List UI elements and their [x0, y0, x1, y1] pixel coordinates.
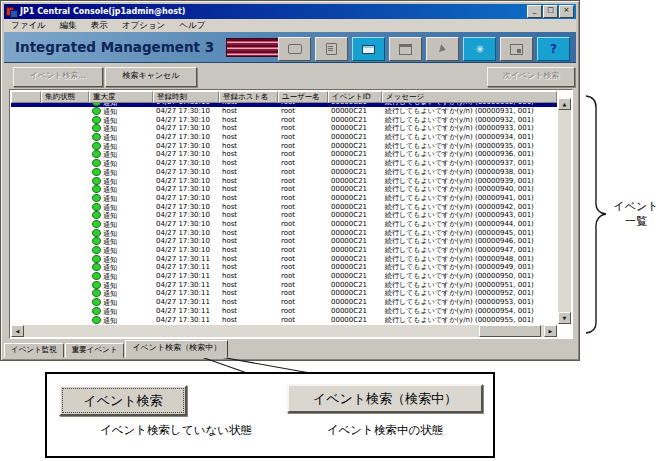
tab-event-search-searching[interactable]: イベント検索（検索中）: [125, 340, 228, 358]
menu-help[interactable]: ヘルプ: [172, 20, 212, 32]
table-row[interactable]: 通知 04/27 17:30:11 host root 00000C21 続行し…: [11, 281, 557, 290]
column-header-blank[interactable]: [11, 91, 41, 103]
user-name: root: [278, 307, 328, 316]
package-toolbar-button[interactable]: [352, 37, 385, 61]
registered-host: host: [219, 142, 278, 151]
user-name: root: [278, 177, 328, 186]
table-row[interactable]: 通知 04/27 17:30:10 host root 00000C21 続行し…: [11, 142, 557, 151]
event-message: 続行してもよいですか(y/n) (00000955, 001): [382, 316, 557, 325]
table-row[interactable]: 通知 04/27 17:30:10 host root 00000C21 続行し…: [11, 203, 557, 212]
menu-bar: ファイル 編集 表示 オプション ヘルプ: [4, 19, 576, 32]
table-row[interactable]: 通知 04/27 17:30:10 host root 00000C21 続行し…: [11, 150, 557, 159]
menu-edit[interactable]: 編集: [53, 20, 84, 32]
event-id: 00000C21: [328, 220, 382, 229]
table-row[interactable]: 通知 04/27 17:30:10 host root 00000C21 続行し…: [11, 177, 557, 186]
table-row[interactable]: 通知 04/27 17:30:10 host root 00000C21 続行し…: [11, 246, 557, 255]
event-message: 続行してもよいですか(y/n) (00000938, 001): [382, 168, 557, 177]
table-row[interactable]: 通知 04/27 17:30:10 host root 00000C21 続行し…: [11, 159, 557, 168]
event-id: 00000C21: [328, 116, 382, 125]
registered-host: host: [219, 124, 278, 133]
table-row[interactable]: 通知 04/27 17:30:11 host root 00000C21 続行し…: [11, 289, 557, 298]
severity-notice-icon: [92, 124, 101, 132]
table-row[interactable]: 通知 04/27 17:30:10 host root 00000C21 続行し…: [11, 168, 557, 177]
severity-notice-icon: [92, 116, 101, 124]
maximize-icon[interactable]: □: [543, 5, 558, 18]
menu-options[interactable]: オプション: [115, 20, 173, 32]
menu-file[interactable]: ファイル: [4, 20, 53, 32]
registered-time: 04/27 17:30:10: [153, 229, 219, 238]
event-id: 00000C21: [328, 307, 382, 316]
pointer-toolbar-button[interactable]: [426, 37, 459, 61]
horizontal-scrollbar[interactable]: ◀ ▶: [11, 325, 557, 337]
table-row[interactable]: 通知 04/27 17:30:10 host root 00000C21 続行し…: [11, 116, 557, 125]
column-header-message[interactable]: メッセージ: [382, 91, 557, 103]
tab-event-monitor[interactable]: イベント監視: [4, 343, 64, 358]
table-row[interactable]: 通知 04/27 17:30:10 host root 00000C21 続行し…: [11, 133, 557, 142]
column-header-host[interactable]: 登録ホスト名: [219, 91, 278, 103]
table-row[interactable]: 通知 04/27 17:30:10 host root 00000C21 続行し…: [11, 229, 557, 238]
scroll-up-icon[interactable]: ▲: [558, 98, 571, 110]
event-id: 00000C21: [328, 246, 382, 255]
window-toolbar-button[interactable]: [500, 37, 533, 61]
column-header-user[interactable]: ユーザー名: [278, 91, 328, 103]
column-header-eventid[interactable]: イベントID: [328, 91, 382, 103]
severity-label: 通知: [103, 178, 117, 186]
event-id: 00000C21: [328, 211, 382, 220]
minimize-icon[interactable]: _: [527, 5, 542, 18]
horizontal-scroll-thumb[interactable]: [479, 325, 541, 337]
event-id: 00000C21: [328, 159, 382, 168]
table-row[interactable]: 通知 04/27 17:30:10 host root 00000C21 続行し…: [11, 124, 557, 133]
event-id: 00000C21: [328, 289, 382, 298]
event-message: 続行してもよいですか(y/n) (00000931, 001): [382, 107, 557, 116]
table-row[interactable]: 通知 04/27 17:30:10 host root 00000C21 続行し…: [11, 185, 557, 194]
severity-notice-icon: [92, 185, 101, 193]
severity-label: 通知: [103, 238, 117, 246]
package-icon: [362, 45, 375, 54]
vertical-scrollbar[interactable]: ▲ ▼: [558, 98, 571, 324]
report-toolbar-button[interactable]: [315, 37, 348, 61]
console-toolbar-button[interactable]: [278, 37, 311, 61]
scroll-right-icon[interactable]: ▶: [544, 325, 557, 337]
registered-time: 04/27 17:30:10: [153, 194, 219, 203]
event-list-annotation: イベント 一覧: [604, 199, 668, 229]
table-row[interactable]: 通知 04/27 17:30:11 host root 00000C21 続行し…: [11, 272, 557, 281]
event-id: 00000C21: [328, 185, 382, 194]
tab-important-events[interactable]: 重要イベント: [65, 343, 125, 358]
event-search-button[interactable]: イベント検索...: [13, 67, 103, 87]
table-row[interactable]: 通知 04/27 17:30:10 host root 00000C21 続行し…: [11, 211, 557, 220]
severity-label: 通知: [103, 299, 117, 307]
table-row[interactable]: 通知 04/27 17:30:10 host root 00000C21 続行し…: [11, 107, 557, 116]
help-icon: ?: [550, 43, 557, 55]
column-header-time[interactable]: 登録時刻: [153, 91, 219, 103]
severity-label: 通知: [103, 247, 117, 255]
close-icon[interactable]: ×: [559, 5, 574, 18]
event-message: 続行してもよいですか(y/n) (00000945, 001): [382, 229, 557, 238]
registered-time: 04/27 17:30:11: [153, 316, 219, 325]
table-row[interactable]: 通知 04/27 17:30:11 host root 00000C21 続行し…: [11, 298, 557, 307]
help-toolbar-button[interactable]: ?: [537, 37, 570, 61]
table-row[interactable]: 通知 04/27 17:30:10 host root 00000C21 続行し…: [11, 237, 557, 246]
table-row[interactable]: 通知 04/27 17:30:11 host root 00000C21 続行し…: [11, 316, 557, 325]
user-name: root: [278, 142, 328, 151]
table-row[interactable]: 通知 04/27 17:30:10 host root 00000C21 続行し…: [11, 220, 557, 229]
search-toolbar-button[interactable]: ✳: [463, 37, 496, 61]
registered-time: 04/27 17:30:10: [153, 203, 219, 212]
next-event-search-button[interactable]: 次イベント検索: [487, 67, 575, 87]
event-id: 00000C21: [328, 150, 382, 159]
table-row[interactable]: 通知 04/27 17:30:11 host root 00000C21 続行し…: [11, 255, 557, 264]
monitor-toolbar-button[interactable]: [389, 37, 422, 61]
menu-view[interactable]: 表示: [84, 20, 115, 32]
scroll-down-icon[interactable]: ▼: [558, 312, 571, 324]
table-row[interactable]: 通知 04/27 17:30:11 host root 00000C21 続行し…: [11, 263, 557, 272]
table-row[interactable]: 通知 04/27 17:30:11 host root 00000C21 続行し…: [11, 307, 557, 316]
severity-label: 通知: [103, 230, 117, 238]
horizontal-scroll-track[interactable]: [24, 325, 544, 337]
severity-notice-icon: [92, 107, 101, 115]
table-row[interactable]: 通知 04/27 17:30:10 host root 00000C21 続行し…: [11, 194, 557, 203]
cancel-search-button[interactable]: 検索キャンセル: [105, 67, 197, 87]
scroll-left-icon[interactable]: ◀: [11, 325, 24, 337]
registered-time: 04/27 17:30:10: [153, 150, 219, 159]
registered-host: host: [219, 307, 278, 316]
column-header-aggregation[interactable]: 集約状態: [41, 91, 89, 103]
column-header-severity[interactable]: 重大度: [89, 91, 153, 103]
